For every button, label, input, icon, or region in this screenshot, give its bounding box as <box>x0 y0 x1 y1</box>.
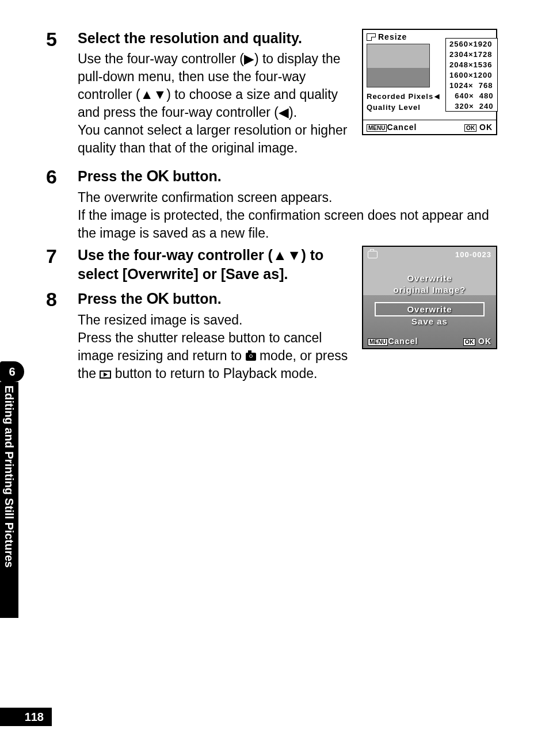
menu-button-icon: MENU <box>367 124 387 132</box>
dropdown-item: 1600×1200 <box>446 70 497 80</box>
chapter-label: Editing and Printing Still Pictures <box>0 382 18 618</box>
step-7-8-row: 7 Use the four-way controller (▲▼) to se… <box>46 246 497 386</box>
step-8: 8 Press the OK button. The resized image… <box>46 289 352 383</box>
step-desc: You cannot select a larger resolution or… <box>78 121 352 157</box>
step-5: 5 Select the resolution and quality. Use… <box>46 29 352 157</box>
step-desc: If the image is protected, the confirmat… <box>78 207 497 242</box>
step-desc: The overwrite confirmation screen appear… <box>78 189 497 207</box>
lcd-row-label: Recorded Pixels <box>367 92 433 101</box>
menu-button-icon: MENU <box>368 338 388 346</box>
ok-button-icon: OK <box>464 124 476 132</box>
step-title-text: button. <box>169 291 222 307</box>
lcd-overwrite-screen: 100-0023 Overwrite original Image? Overw… <box>362 246 497 349</box>
step-title: Press the OK button. <box>78 289 352 309</box>
step-desc: Use the four-way controller (▶) to displ… <box>78 50 352 121</box>
step-6: 6 Press the OK button. The overwrite con… <box>46 166 497 242</box>
resize-icon <box>367 33 376 41</box>
step-7: 7 Use the four-way controller (▲▼) to se… <box>46 246 352 285</box>
ok-glyph: OK <box>147 290 169 307</box>
ok-glyph: OK <box>147 167 169 185</box>
step-title: Use the four-way controller (▲▼) to sele… <box>78 246 352 283</box>
ok-label: OK <box>478 337 491 346</box>
step-number: 7 <box>46 246 78 285</box>
chapter-tab: 6 Editing and Printing Still Pictures <box>0 361 24 620</box>
step-desc: Press the shutter release button to canc… <box>78 329 352 383</box>
camera-icon <box>368 251 378 258</box>
step-title: Press the OK button. <box>78 166 497 186</box>
cancel-label: Cancel <box>387 123 417 132</box>
option-save-as: Save as <box>363 315 496 327</box>
cancel-label: Cancel <box>388 337 418 346</box>
dropdown-item: 320× 240 <box>446 101 497 111</box>
lcd-title-text: Resize <box>378 32 407 41</box>
lcd-thumbnail <box>367 44 430 87</box>
ok-button-icon: OK <box>463 338 475 346</box>
option-overwrite: Overwrite <box>376 303 483 315</box>
left-arrow-icon: ◀ <box>434 93 440 100</box>
manual-page: 5 Select the resolution and quality. Use… <box>0 0 549 756</box>
step-title-text: button. <box>169 168 222 184</box>
step-number: 5 <box>46 29 78 157</box>
step-title-text: Press the <box>78 168 147 184</box>
ok-label: OK <box>479 123 493 132</box>
resolution-dropdown: 2560×1920 2304×1728 2048×1536 1600×1200 … <box>445 38 498 112</box>
dropdown-item: 640× 480 <box>446 90 497 101</box>
dropdown-item: 2048×1536 <box>446 59 497 70</box>
camera-icon <box>246 353 256 361</box>
step-number: 8 <box>46 289 78 383</box>
step-5-row: 5 Select the resolution and quality. Use… <box>46 29 497 161</box>
lcd-footer: MENUCancel OK OK <box>363 337 496 346</box>
dropdown-item: 1024× 768 <box>446 80 497 90</box>
step-title-text: Press the <box>78 291 147 307</box>
chapter-number: 6 <box>0 361 24 382</box>
dropdown-item: 2304×1728 <box>446 49 497 59</box>
step-number: 6 <box>46 166 78 242</box>
file-number: 100-0023 <box>455 250 491 259</box>
dropdown-item: 2560×1920 <box>446 39 497 49</box>
lcd-footer: MENUCancel OK OK <box>363 120 496 134</box>
lcd-row-label: Quality Level <box>367 103 421 112</box>
lcd-resize-screen: Resize Recorded Pixels ◀ Quality Level 2… <box>362 29 497 135</box>
playback-icon <box>100 371 111 379</box>
step-desc: The resized image is saved. <box>78 311 352 329</box>
page-number: 118 <box>0 708 52 726</box>
step-title: Select the resolution and quality. <box>78 29 352 48</box>
confirm-message: Overwrite original Image? <box>363 273 496 295</box>
